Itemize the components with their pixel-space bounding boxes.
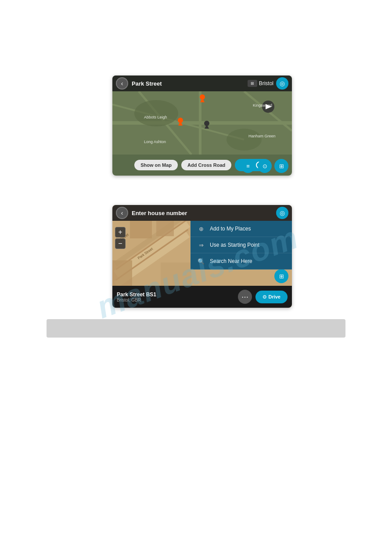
svg-text:Abbots Leigh: Abbots Leigh bbox=[144, 115, 167, 119]
add-cross-road-button[interactable]: Add Cross Road bbox=[181, 160, 231, 170]
nav-screen-2: Street Park Street ‹ Enter house number … bbox=[112, 205, 292, 308]
nav-screen-1: Abbots Leigh Long Ashton Kingswood Hanha… bbox=[112, 76, 292, 176]
location-info: Park Street BS1 Bristol, GBR bbox=[117, 291, 234, 302]
menu-icon-btn-1[interactable]: ≡ bbox=[241, 159, 255, 173]
svg-text:Long Ashton: Long Ashton bbox=[144, 140, 166, 144]
street-title-1: Park Street bbox=[128, 80, 248, 87]
add-to-my-places-item[interactable]: ⊕ Add to My Places bbox=[191, 221, 292, 237]
zoom-out-button[interactable]: − bbox=[115, 238, 126, 249]
starting-point-label: Use as Starting Point bbox=[210, 242, 259, 248]
drive-button-2[interactable]: ⊙ Drive bbox=[255, 291, 288, 303]
svg-rect-29 bbox=[161, 263, 191, 286]
svg-text:Kingswood: Kingswood bbox=[253, 103, 272, 108]
gps-button-2[interactable]: ◎ bbox=[276, 207, 288, 219]
grid-icon-btn-2[interactable]: ⊞ bbox=[274, 269, 288, 283]
more-options-button[interactable]: ⋯ bbox=[238, 290, 252, 304]
zoom-in-button[interactable]: + bbox=[115, 227, 126, 237]
svg-point-9 bbox=[200, 94, 205, 100]
add-places-label: Add to My Places bbox=[210, 226, 251, 232]
location-icon-symbol: ⊞ bbox=[251, 81, 254, 86]
page: manuals.com bbox=[0, 0, 392, 554]
topbar-location-1: ⊞ Bristol bbox=[248, 80, 273, 87]
back-button-1[interactable]: ‹ bbox=[116, 77, 128, 90]
bottom-info-bar: Park Street BS1 Bristol, GBR ⋯ ⊙ Drive bbox=[112, 286, 292, 308]
starting-point-icon: ⇒ bbox=[197, 241, 205, 249]
svg-rect-28 bbox=[112, 260, 132, 286]
use-as-starting-point-item[interactable]: ⇒ Use as Starting Point bbox=[191, 237, 292, 253]
back-button-2[interactable]: ‹ bbox=[116, 207, 128, 219]
location-name: Park Street BS1 bbox=[117, 291, 234, 298]
location-icon-1: ⊞ bbox=[248, 80, 257, 87]
search-near-here-item[interactable]: 🔍 Search Near Here bbox=[191, 253, 292, 270]
gps-button-1[interactable]: ◎ bbox=[276, 77, 288, 90]
add-places-icon: ⊕ bbox=[197, 224, 205, 233]
svg-point-11 bbox=[178, 118, 183, 123]
screenshot-1: Abbots Leigh Long Ashton Kingswood Hanha… bbox=[112, 76, 292, 176]
map-svg-1: Abbots Leigh Long Ashton Kingswood Hanha… bbox=[112, 91, 292, 155]
show-on-map-button[interactable]: Show on Map bbox=[134, 160, 178, 170]
svg-rect-27 bbox=[156, 221, 174, 236]
bottom-right-icon-2: ⊞ bbox=[274, 269, 288, 283]
drive-wheel-icon-2: ⊙ bbox=[263, 294, 266, 300]
svg-point-7 bbox=[227, 129, 262, 151]
svg-point-6 bbox=[134, 100, 178, 126]
svg-rect-26 bbox=[130, 221, 152, 238]
search-near-label: Search Near Here bbox=[210, 258, 252, 264]
grid-icon-btn-1[interactable]: ⊞ bbox=[274, 159, 288, 173]
topbar-1: ‹ Park Street ⊞ Bristol ◎ bbox=[112, 76, 292, 91]
location-sub: Bristol, GBR bbox=[117, 298, 234, 302]
street-title-2: Enter house number bbox=[128, 210, 273, 216]
screenshot-2: Street Park Street ‹ Enter house number … bbox=[112, 205, 292, 308]
location-name-1: Bristol bbox=[259, 80, 273, 86]
dropdown-menu: ⊕ Add to My Places ⇒ Use as Starting Poi… bbox=[191, 221, 292, 270]
topbar-2: ‹ Enter house number ◎ bbox=[112, 205, 292, 221]
search-near-icon: 🔍 bbox=[197, 257, 205, 266]
gray-bar bbox=[47, 319, 345, 338]
drive-label-2: Drive bbox=[268, 294, 281, 299]
zoom-controls: + − bbox=[115, 227, 126, 249]
location-pin-icon-btn-1[interactable]: ⊙ bbox=[258, 159, 272, 173]
svg-text:Hanham Green: Hanham Green bbox=[248, 134, 276, 138]
bottom-right-icons-1: ≡ ⊙ ⊞ bbox=[241, 159, 288, 173]
svg-point-13 bbox=[204, 121, 209, 126]
